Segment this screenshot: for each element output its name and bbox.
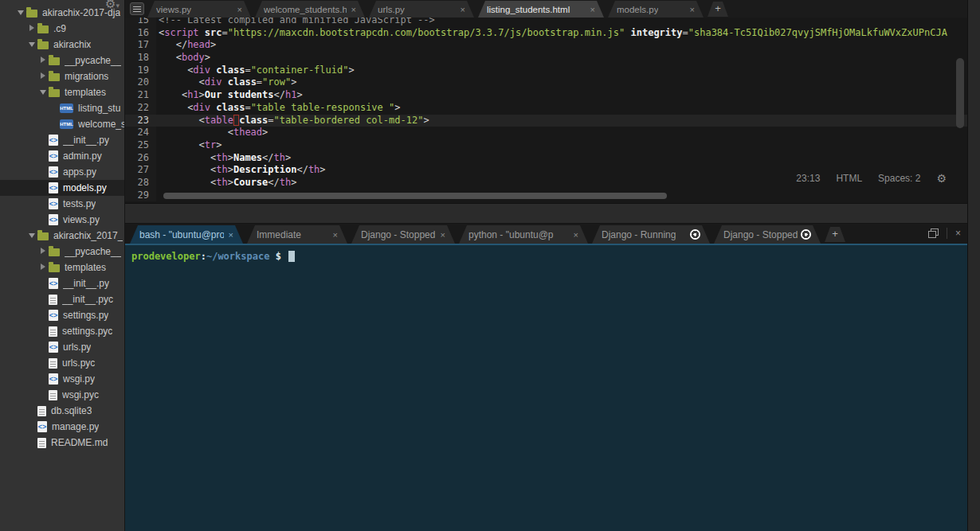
divider — [947, 228, 947, 239]
terminal-tab-immediate[interactable]: Immediate× — [247, 225, 347, 244]
tab-label: welcome_students.h — [264, 5, 347, 14]
tree-item-label: __init__.py — [63, 135, 109, 146]
tree-item-apps-py[interactable]: <>apps.py — [0, 164, 124, 180]
close-icon[interactable]: × — [436, 230, 445, 240]
tree-item-pycache[interactable]: __pycache__ — [0, 53, 124, 68]
editor-tab-models-py[interactable]: models.py× — [608, 1, 704, 18]
chevron-right-icon[interactable] — [40, 248, 49, 256]
tree-item-migrations[interactable]: migrations — [0, 68, 124, 84]
terminal-tab-bash-ubuntu-pro[interactable]: bash - "ubuntu@pro× — [130, 225, 243, 244]
arrow-slot — [40, 327, 49, 335]
close-icon[interactable]: × — [224, 230, 233, 240]
line-number: 24 — [125, 127, 156, 139]
terminal-tab-django-stopped[interactable]: Django - Stopped× — [351, 225, 455, 244]
pane-splitter[interactable] — [125, 203, 967, 224]
folder-icon — [37, 232, 49, 240]
new-tab-button[interactable]: + — [708, 2, 728, 17]
tree-item-settings-pyc[interactable]: settings.pyc — [0, 323, 124, 339]
syntax-mode[interactable]: HTML — [836, 173, 862, 184]
close-icon[interactable]: × — [456, 5, 465, 14]
tree-item-akirachix-2017[interactable]: akirachix_2017_ — [0, 228, 124, 244]
tree-item-templates[interactable]: templates — [0, 260, 124, 275]
line-number: 15 — [125, 18, 156, 27]
tree-item-settings-py[interactable]: <>settings.py — [0, 307, 124, 323]
editor-tab-listing-students-html[interactable]: listing_students.html× — [478, 1, 604, 18]
chevron-down-icon[interactable] — [40, 88, 49, 96]
chevron-right-icon[interactable] — [40, 264, 49, 271]
tree-item-init-py[interactable]: <>__init__.py — [0, 132, 124, 148]
close-icon[interactable]: × — [233, 5, 242, 14]
code-editor[interactable]: 15<!-- Latest compiled and minified Java… — [125, 18, 967, 203]
chevron-down-icon[interactable] — [18, 9, 26, 17]
tree-item-tests-py[interactable]: <>tests.py — [0, 196, 124, 212]
arrow-slot — [40, 136, 49, 144]
python-file-icon: <> — [49, 278, 58, 289]
indentation-setting[interactable]: Spaces: 2 — [878, 173, 920, 184]
close-icon[interactable]: × — [685, 5, 695, 14]
tab-list-icon[interactable] — [130, 2, 144, 15]
cursor-position[interactable]: 23:13 — [796, 173, 820, 184]
arrow-slot — [40, 375, 49, 383]
tree-item-urls-py[interactable]: <>urls.py — [0, 339, 124, 355]
tree-item-manage-py[interactable]: <>manage.py — [0, 419, 124, 435]
gear-icon[interactable]: ⚙ — [936, 172, 947, 185]
chevron-down-icon[interactable] — [29, 232, 37, 240]
tree-item-init-py[interactable]: <>__init__.py — [0, 275, 124, 291]
right-side-strip — [967, 0, 980, 531]
tree-item-c9[interactable]: .c9 — [0, 21, 124, 37]
chevron-right-icon[interactable] — [40, 72, 49, 80]
chevron-down-icon[interactable] — [29, 41, 37, 49]
tree-item-wsgi-pyc[interactable]: wsgi.pyc — [0, 387, 124, 403]
close-icon[interactable]: × — [347, 5, 356, 14]
code-line-16: 16<script src="https://maxcdn.bootstrapc… — [125, 27, 967, 40]
close-icon[interactable]: × — [328, 230, 338, 240]
tree-item-listing-stu[interactable]: HTMLlisting_stu — [0, 100, 124, 116]
folder-icon — [49, 57, 60, 65]
tree-item-wsgi-py[interactable]: <>wsgi.py — [0, 371, 124, 387]
terminal-tab-django-running[interactable]: Django - Running — [592, 225, 710, 244]
vertical-scrollbar[interactable] — [956, 58, 964, 128]
tree-item-templates[interactable]: templates — [0, 84, 124, 100]
line-number: 25 — [125, 139, 156, 152]
tree-item-label: __init__.py — [63, 278, 109, 289]
file-icon — [49, 295, 57, 305]
tree-item-db-sqlite3[interactable]: db.sqlite3 — [0, 403, 124, 419]
tree-item-welcome-s[interactable]: HTMLwelcome_s — [0, 116, 124, 132]
editor-tab-views-py[interactable]: views.py× — [147, 1, 251, 18]
tree-item-akirachix[interactable]: akirachix — [0, 37, 124, 53]
terminal[interactable]: prodeveloper:~/workspace $ — [125, 244, 967, 531]
chevron-right-icon[interactable] — [29, 25, 37, 33]
chevron-right-icon[interactable] — [40, 57, 49, 64]
tree-item-urls-pyc[interactable]: urls.pyc — [0, 355, 124, 371]
close-icon[interactable]: × — [955, 228, 961, 239]
new-terminal-button[interactable]: + — [825, 227, 845, 242]
code-text: <script src="https://maxcdn.bootstrapcdn… — [156, 27, 967, 40]
tree-item-views-py[interactable]: <>views.py — [0, 212, 124, 228]
terminal-tab-django-stopped[interactable]: Django - Stopped — [714, 225, 821, 244]
close-icon[interactable]: × — [569, 230, 578, 240]
code-text: <body> — [156, 52, 967, 64]
editor-status-bar: 23:13 HTML Spaces: 2 ⚙ — [796, 172, 947, 185]
file-icon — [49, 358, 57, 369]
tab-label: models.py — [617, 5, 658, 14]
tree-item-pycache[interactable]: __pycache__ — [0, 244, 124, 260]
terminal-tab-python-ubuntu-p[interactable]: python - "ubuntu@p× — [459, 225, 588, 244]
horizontal-scrollbar[interactable] — [163, 193, 667, 199]
code-line-19: 19 <div class="container-fluid"> — [125, 64, 967, 77]
line-number: 17 — [125, 39, 156, 52]
tree-item-admin-py[interactable]: <>admin.py — [0, 148, 124, 164]
code-line-20: 20 <div class="row"> — [125, 76, 967, 89]
tree-item-readme-md[interactable]: README.md — [0, 435, 124, 451]
tree-settings[interactable]: ⚙▾ — [105, 0, 120, 11]
editor-tab-bar: views.py×welcome_students.h×urls.py×list… — [125, 0, 967, 18]
file-icon — [37, 438, 46, 448]
gear-icon[interactable]: ⚙ — [105, 0, 116, 10]
tree-item-models-py[interactable]: <>models.py — [0, 180, 124, 196]
editor-tab-welcome-students-h[interactable]: welcome_students.h× — [255, 1, 365, 18]
arrow-slot — [40, 391, 49, 399]
editor-tab-urls-py[interactable]: urls.py× — [369, 1, 474, 18]
close-icon[interactable]: × — [586, 5, 595, 14]
tree-item-label: templates — [65, 87, 106, 98]
restore-icon[interactable] — [928, 228, 939, 238]
tree-item-init-pyc[interactable]: __init__.pyc — [0, 291, 124, 307]
